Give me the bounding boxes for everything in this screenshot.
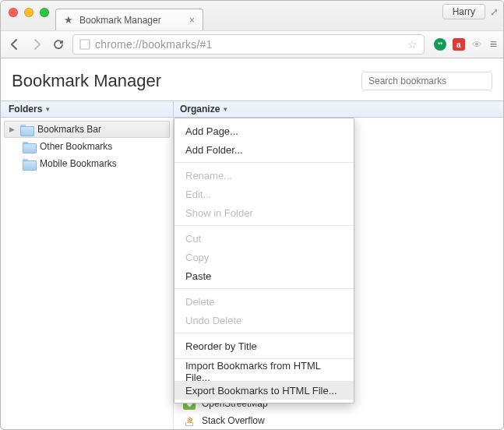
hangouts-extension-icon[interactable] [434, 38, 446, 51]
menu-export-bookmarks[interactable]: Export Bookmarks to HTML File... [174, 381, 354, 400]
extension-icon-a[interactable]: a [453, 38, 465, 51]
menu-item-label: Cut [185, 233, 201, 245]
titlebar-right: Harry ⤢ [442, 4, 499, 19]
tab-close-icon[interactable]: × [189, 15, 195, 26]
menu-edit: Edit... [174, 185, 354, 203]
organize-column-header[interactable]: Organize ▼ [174, 101, 503, 117]
menu-copy: Copy [174, 248, 354, 266]
url-text: chrome://bookmarks/#1 [95, 38, 212, 51]
page-title: Bookmark Manager [12, 71, 161, 91]
menu-item-label: Import Bookmarks from HTML File... [185, 360, 343, 383]
bookmark-label: Stack Overflow [202, 415, 265, 426]
folder-other-bookmarks[interactable]: Other Bookmarks [4, 138, 170, 155]
search-bookmarks-input[interactable] [361, 72, 492, 90]
menu-add-page[interactable]: Add Page... [174, 122, 354, 140]
column-header-bar: Folders ▼ Organize ▼ [1, 100, 503, 118]
disclosure-triangle-icon[interactable]: ▶ [9, 125, 16, 133]
menu-item-label: Show in Folder [185, 207, 253, 219]
menu-delete: Delete [174, 292, 354, 311]
arrow-left-icon [9, 38, 21, 51]
extension-icon-eye[interactable]: 👁 [471, 38, 484, 51]
menu-item-label: Export Bookmarks to HTML File... [185, 385, 337, 397]
window-zoom-button[interactable] [40, 8, 49, 17]
fullscreen-icon[interactable]: ⤢ [490, 6, 499, 18]
back-button[interactable] [7, 37, 23, 52]
profile-button[interactable]: Harry [442, 4, 485, 19]
bookmark-item[interactable]: Stack Overflow [180, 412, 497, 429]
menu-cut: Cut [174, 229, 354, 248]
folders-label: Folders [9, 104, 42, 115]
menu-separator [174, 358, 354, 359]
organize-menu: Add Page... Add Folder... Rename... Edit… [174, 118, 354, 404]
menu-paste[interactable]: Paste [174, 266, 354, 285]
chevron-down-icon: ▼ [44, 106, 51, 113]
folders-column-header[interactable]: Folders ▼ [1, 101, 174, 117]
folder-icon [23, 142, 35, 152]
organize-label: Organize [180, 104, 220, 115]
bookmark-star-icon: ★ [64, 15, 73, 25]
menu-item-label: Paste [185, 270, 211, 282]
folder-icon [23, 159, 35, 169]
menu-import-bookmarks[interactable]: Import Bookmarks from HTML File... [174, 362, 354, 381]
chrome-menu-icon[interactable]: ≡ [490, 37, 497, 51]
arrow-right-icon [30, 38, 43, 51]
menu-item-label: Reorder by Title [185, 340, 257, 352]
page-body: ▶ Bookmarks Bar Other Bookmarks Mobile B… [1, 118, 503, 429]
folder-label: Mobile Bookmarks [40, 158, 117, 169]
menu-item-label: Add Folder... [185, 144, 243, 156]
menu-show-in-folder: Show in Folder [174, 203, 354, 222]
menu-separator [174, 162, 354, 163]
reload-button[interactable] [51, 37, 66, 52]
menu-item-label: Copy [185, 252, 209, 263]
menu-separator [174, 288, 354, 289]
titlebar: ★ Bookmark Manager × Harry ⤢ [1, 1, 503, 30]
folder-label: Other Bookmarks [40, 141, 112, 152]
reload-icon [52, 38, 65, 51]
globe-icon [79, 39, 90, 50]
menu-undo-delete: Undo Delete [174, 311, 354, 330]
window-close-button[interactable] [9, 8, 18, 17]
browser-window: ★ Bookmark Manager × Harry ⤢ chrome://bo… [0, 0, 504, 430]
svg-rect-0 [80, 40, 90, 49]
folder-label: Bookmarks Bar [37, 124, 101, 135]
window-minimize-button[interactable] [24, 8, 33, 17]
forward-button[interactable] [29, 37, 44, 52]
folder-tree: ▶ Bookmarks Bar Other Bookmarks Mobile B… [1, 118, 174, 429]
menu-item-label: Add Page... [185, 125, 238, 137]
menu-item-label: Rename... [185, 170, 232, 182]
folder-icon [20, 125, 33, 135]
menu-item-label: Edit... [185, 189, 211, 200]
menu-reorder-by-title[interactable]: Reorder by Title [174, 337, 354, 355]
menu-rename: Rename... [174, 166, 354, 185]
folder-mobile-bookmarks[interactable]: Mobile Bookmarks [4, 155, 170, 172]
stackoverflow-favicon [183, 414, 196, 427]
menu-item-label: Undo Delete [185, 315, 241, 326]
extension-icons: a 👁 ≡ [431, 37, 497, 51]
menu-item-label: Delete [185, 296, 215, 308]
tab-title: Bookmark Manager [79, 15, 161, 26]
bookmark-page-icon[interactable]: ☆ [407, 38, 418, 51]
page-header: Bookmark Manager [1, 58, 503, 100]
window-controls [1, 1, 49, 17]
menu-separator [174, 225, 354, 226]
browser-tab[interactable]: ★ Bookmark Manager × [55, 9, 203, 30]
chevron-down-icon: ▼ [222, 106, 228, 113]
folder-bookmarks-bar[interactable]: ▶ Bookmarks Bar [4, 121, 170, 138]
menu-separator [174, 333, 354, 333]
menu-add-folder[interactable]: Add Folder... [174, 140, 354, 159]
browser-toolbar: chrome://bookmarks/#1 ☆ a 👁 ≡ [1, 30, 503, 58]
address-bar[interactable]: chrome://bookmarks/#1 ☆ [72, 34, 425, 55]
